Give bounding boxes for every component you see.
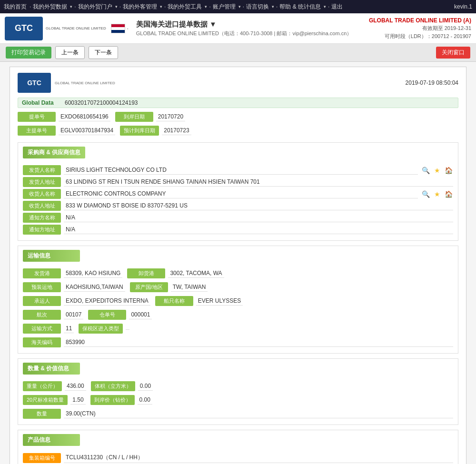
consignee-addr-label: 收货人地址: [23, 201, 61, 211]
quantity-price-title: 数量 & 价值信息: [23, 363, 80, 375]
nav-logout[interactable]: 退出: [331, 3, 343, 11]
customs-code-row: 海关编码 853990: [23, 337, 453, 347]
carrier-value: EXDO, EXPEDITORS INTERNA: [64, 296, 150, 306]
top-nav-left: 我的首页 · 我的外贸数据▾ · 我的外贸门户▾ · 我的外客管理▾ · 我的外…: [4, 3, 344, 11]
close-button-top[interactable]: 关闭窗口: [436, 47, 470, 59]
consignee-star-icon[interactable]: ★: [432, 189, 442, 199]
master-bill-label: 主提单号: [18, 126, 56, 136]
notify-addr-row: 通知方地址 N/A: [23, 225, 453, 235]
top-toolbar: 打印贸易记录 上一条 下一条 关闭窗口: [0, 44, 476, 62]
doc-logo-area: GTC GLOBAL TRADE ONLINE LIMITED: [18, 73, 115, 93]
transport-mode-value: 11: [64, 324, 74, 333]
header: GTC GLOBAL TRADE ONLINE LIMITED · 美国海关进口…: [0, 13, 476, 44]
vessel-value: EVER ULYSSES: [196, 296, 243, 306]
weight-row: 重量（公斤） 436.00: [23, 381, 86, 391]
header-title-main: 美国海关进口提单数据 ▼: [136, 20, 352, 29]
logo-gtc: GTC: [15, 23, 33, 33]
nav-help[interactable]: 帮助 & 统计信息: [279, 3, 321, 11]
voyage-value: 00107: [64, 310, 83, 319]
volume-label: 体积（立方米）: [91, 381, 135, 391]
container-no-row: 集装箱编号 TCLU4311230（CN / L / HH）: [23, 453, 453, 463]
arrival-date-label: 到岸日期: [115, 112, 153, 122]
product-title: 产品信息: [23, 434, 80, 446]
logo-sub: GLOBAL TRADE ONLINE LIMITED: [46, 26, 106, 30]
bill-row: 提单号 EXDO6810654196 到岸日期 20170720: [18, 112, 458, 124]
nav-trade-tools[interactable]: 我的外贸工具: [168, 3, 202, 11]
flag-label: ·: [127, 26, 129, 31]
bill-no-row: 提单号 EXDO6810654196: [18, 112, 110, 122]
est-arrival-row: 预计到库日期 20170723: [120, 126, 191, 136]
prev-button-top[interactable]: 上一条: [55, 46, 85, 59]
twenty-ft-value: 1.50: [70, 395, 85, 405]
consignee-search-icon[interactable]: 🔍: [421, 189, 430, 199]
origin-label: 原产国/地区: [130, 282, 168, 292]
logo-box: GTC: [5, 17, 43, 40]
quantity-price-title-bar: 数量 & 价值信息: [23, 363, 453, 377]
transport-title-bar: 运输信息: [23, 250, 453, 265]
bill-no-label: 提单号: [18, 112, 56, 122]
print-button-top[interactable]: 打印贸易记录: [6, 47, 51, 59]
notify-addr-label: 通知方地址: [23, 225, 61, 235]
twenty-ft-label: 20尺标准箱数量: [23, 395, 68, 405]
carrier-row: 承运人 EXDO, EXPEDITORS INTERNA: [23, 296, 150, 306]
weight-volume-row: 重量（公斤） 436.00 体积（立方米） 0.00: [23, 381, 453, 393]
shipper-star-icon[interactable]: ★: [432, 166, 442, 175]
shipper-name-value: SIRIUS LIGHT TECHNOLOGY CO LTD: [64, 166, 418, 175]
header-right: GLOBAL TRADE ONLINE LIMITED (A) 有效期至 201…: [369, 17, 471, 40]
nav-account[interactable]: 账户管理: [213, 3, 236, 11]
next-button-top[interactable]: 下一条: [89, 46, 118, 59]
main-content: GTC GLOBAL TRADE ONLINE LIMITED 2019-07-…: [0, 62, 476, 464]
consignee-home-icon[interactable]: 🏠: [444, 189, 453, 199]
logo-area: GTC GLOBAL TRADE ONLINE LIMITED: [5, 17, 106, 40]
voyage-label: 航次: [23, 310, 61, 320]
consignee-icons: 🔍 ★ 🏠: [421, 189, 453, 199]
buyer-supplier-section: 采购商 & 供应商信息 发货人名称 SIRIUS LIGHT TECHNOLOG…: [18, 142, 458, 241]
nav-language[interactable]: 语言切换: [246, 3, 269, 11]
nav-home[interactable]: 我的首页: [4, 3, 27, 11]
consignee-name-label: 收货人名称: [23, 189, 61, 199]
quantity-value: 39.00(CTN): [64, 409, 453, 418]
shipper-addr-value: 63 LINDING ST REN I TSUN RENDE SHIANG TA…: [64, 178, 453, 187]
bonded-label: 保税区进入类型: [79, 324, 123, 334]
departure-port-value: 58309, KAO HSIUNG: [64, 269, 122, 278]
notify-name-value: N/A: [64, 213, 453, 222]
weight-value: 436.00: [65, 382, 86, 391]
shipper-name-row: 发货人名称 SIRIUS LIGHT TECHNOLOGY CO LTD 🔍 ★…: [23, 165, 453, 175]
header-subtitle: GLOBAL TRADE ONLINE LIMITED（电话：400-710-3…: [136, 30, 352, 37]
header-company-name: GLOBAL TRADE ONLINE LIMITED (A): [369, 17, 471, 24]
doc-timestamp: 2019-07-19 08:50:04: [406, 79, 458, 86]
voyage-row: 航次 00107: [23, 310, 83, 320]
header-title: 美国海关进口提单数据 ▼ GLOBAL TRADE ONLINE LIMITED…: [136, 20, 352, 37]
nav-trade-data[interactable]: 我的外贸数据: [33, 3, 67, 11]
notify-name-label: 通知方名称: [23, 213, 61, 223]
bonded-value: [126, 327, 129, 330]
transport-title: 运输信息: [23, 250, 80, 262]
warehouse-label: 仓单号: [88, 310, 126, 320]
warehouse-value: 000001: [129, 310, 152, 319]
nav-trade-mgmt[interactable]: 我的外客管理: [123, 3, 157, 11]
master-bill-no-row: 主提单号 EGLV003701847934: [18, 126, 115, 136]
port-row: 发货港 58309, KAO HSIUNG 卸货港 3002, TACOMA, …: [23, 268, 453, 280]
voyage-warehouse-row: 航次 00107 仓单号 000001: [23, 310, 453, 322]
notify-addr-value: N/A: [64, 225, 453, 234]
global-data-value: 60032017072100004124193: [65, 99, 138, 106]
carrier-vessel-row: 承运人 EXDO, EXPEDITORS INTERNA 船只名称 EVER U…: [23, 296, 453, 308]
consignee-name-row: 收货人名称 ELECTRONIC CONTROLS COMPANY 🔍 ★ 🏠: [23, 189, 453, 199]
est-arrival-label: 预计到库日期: [120, 126, 159, 136]
master-bill-row: 主提单号 EGLV003701847934 预计到库日期 20170723: [18, 126, 458, 138]
shipper-addr-label: 发货人地址: [23, 177, 61, 187]
shipper-home-icon[interactable]: 🏠: [444, 166, 453, 175]
shipper-search-icon[interactable]: 🔍: [421, 166, 430, 175]
bill-no-value: EXDO6810654196: [59, 112, 110, 121]
transport-mode-row: 运输方式 11: [23, 324, 74, 334]
shipper-addr-row: 发货人地址 63 LINDING ST REN I TSUN RENDE SHI…: [23, 177, 453, 187]
product-section: 产品信息 集装箱编号 TCLU4311230（CN / L / HH） 集装箱尺…: [18, 430, 458, 464]
nav-trade-portal[interactable]: 我的外贸门户: [78, 3, 112, 11]
us-flag: [111, 24, 125, 33]
doc-logo: GTC: [18, 73, 51, 93]
departure-port-row: 发货港 58309, KAO HSIUNG: [23, 268, 122, 278]
global-data-label: Global Data: [22, 99, 60, 106]
arrival-price-value: 0.00: [138, 395, 152, 405]
transport-mode-bonded-row: 运输方式 11 保税区进入类型: [23, 324, 453, 336]
header-expiry: 有效期至 2019-12-31: [369, 25, 471, 32]
